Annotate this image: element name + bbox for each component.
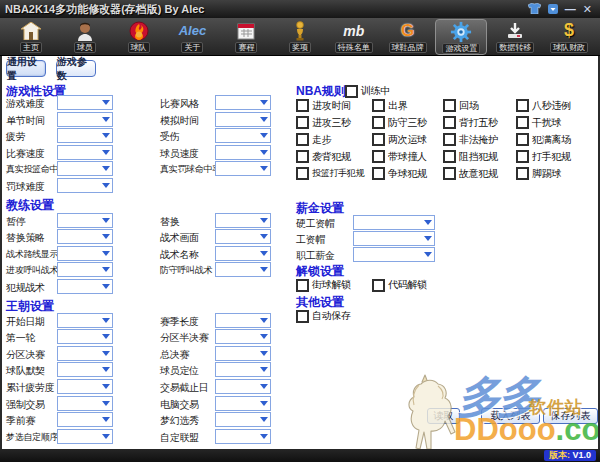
checkbox[interactable] bbox=[443, 99, 456, 112]
checkbox[interactable] bbox=[516, 167, 529, 180]
rule-item[interactable]: 干扰球 bbox=[516, 114, 598, 131]
rule-item[interactable]: 回场 bbox=[443, 97, 516, 114]
checkbox[interactable] bbox=[345, 85, 358, 98]
dropdown-real-fg-pct[interactable] bbox=[57, 161, 113, 176]
rule-item[interactable]: 犯满离场 bbox=[516, 131, 598, 148]
checkbox[interactable] bbox=[516, 99, 529, 112]
dropdown-offense-playcall[interactable] bbox=[57, 262, 113, 277]
checkbox[interactable] bbox=[296, 99, 309, 112]
dropdown-custom-league[interactable] bbox=[215, 429, 271, 444]
dropdown-play-art[interactable] bbox=[215, 229, 271, 244]
dropdown-conference-semifinals[interactable] bbox=[215, 329, 271, 344]
rule-item[interactable]: 八秒违例 bbox=[516, 97, 598, 114]
dropdown-play-route-display[interactable] bbox=[57, 246, 113, 261]
dropdown-substitution[interactable] bbox=[215, 213, 271, 228]
checkbox[interactable] bbox=[372, 167, 385, 180]
dropdown-accumulated-fatigue[interactable] bbox=[57, 379, 113, 394]
dropdown-finals[interactable] bbox=[215, 346, 271, 361]
rule-item[interactable]: 两次运球 bbox=[372, 131, 443, 148]
dropdown-hard-cap[interactable] bbox=[353, 215, 435, 230]
dropdown-season-length[interactable] bbox=[215, 313, 271, 328]
unlock-streetball-checkbox[interactable]: 街球解锁 bbox=[296, 278, 351, 292]
load-list-button[interactable]: 载入列表 bbox=[481, 408, 540, 424]
rule-item[interactable]: 走步 bbox=[296, 131, 372, 148]
dropdown-player-speed[interactable] bbox=[215, 145, 271, 160]
dropdown-substitution-strategy[interactable] bbox=[57, 229, 113, 244]
checkbox[interactable] bbox=[516, 133, 529, 146]
toolbar-item-awards[interactable]: 奖项 bbox=[274, 19, 326, 55]
checkbox[interactable] bbox=[516, 116, 529, 129]
toolbar-item-players[interactable]: 球员 bbox=[59, 19, 111, 55]
toolbar-item-game-settings[interactable]: 游戏设置 bbox=[435, 19, 487, 55]
checkbox[interactable] bbox=[372, 279, 385, 292]
checkbox[interactable] bbox=[372, 99, 385, 112]
checkbox[interactable] bbox=[516, 150, 529, 163]
rule-item[interactable]: 进攻三秒 bbox=[296, 114, 372, 131]
toolbar-item-special-roster[interactable]: mb 特殊名单 bbox=[328, 19, 380, 55]
tab-game-params[interactable]: 游戏参数 bbox=[56, 60, 96, 77]
dropdown-defense-playcall[interactable] bbox=[215, 262, 271, 277]
rule-item[interactable]: 故意犯规 bbox=[443, 165, 516, 182]
save-list-button[interactable]: 保存列表 bbox=[543, 408, 598, 424]
checkbox[interactable] bbox=[372, 133, 385, 146]
rule-item[interactable]: 进攻时间 bbox=[296, 97, 372, 114]
rule-item[interactable]: 投篮打手犯规 bbox=[296, 165, 372, 182]
dropdown-timeout[interactable] bbox=[57, 213, 113, 228]
checkbox[interactable] bbox=[443, 133, 456, 146]
checkbox[interactable] bbox=[372, 150, 385, 163]
dropdown-game-style[interactable] bbox=[215, 95, 271, 110]
toolbar-item-finance[interactable]: $ 球队财政 bbox=[543, 19, 595, 55]
checkbox[interactable] bbox=[443, 167, 456, 180]
checkbox[interactable] bbox=[296, 116, 309, 129]
autosave-checkbox[interactable]: 自动保存 bbox=[296, 309, 351, 323]
toolbar-item-about[interactable]: Alec 关于 bbox=[166, 19, 218, 55]
rule-item[interactable]: 袭背犯规 bbox=[296, 148, 372, 165]
dropdown-quarter-length[interactable] bbox=[57, 112, 113, 127]
dropdown-salary-cap[interactable] bbox=[353, 231, 435, 246]
dropdown-game-speed[interactable] bbox=[57, 145, 113, 160]
dropdown-team-chemistry[interactable] bbox=[57, 362, 113, 377]
checkbox[interactable] bbox=[443, 116, 456, 129]
dropdown-conference-finals[interactable] bbox=[57, 346, 113, 361]
toolbar-item-home[interactable]: 主页 bbox=[5, 19, 57, 55]
rule-item[interactable]: 背打五秒 bbox=[443, 114, 516, 131]
dropdown-foul-tactics[interactable] bbox=[57, 279, 113, 294]
toolbar-item-brands[interactable]: G 球鞋品牌 bbox=[382, 19, 434, 55]
jersey-icon[interactable] bbox=[528, 0, 541, 18]
minimize-button[interactable]: — bbox=[565, 4, 576, 15]
close-button[interactable]: ✕ bbox=[583, 4, 592, 15]
dropdown-staff-salary[interactable] bbox=[353, 247, 435, 262]
checkbox[interactable] bbox=[296, 133, 309, 146]
dropdown-sim-time[interactable] bbox=[215, 112, 271, 127]
dropdown-first-round[interactable] bbox=[57, 329, 113, 344]
rule-item[interactable]: 非法掩护 bbox=[443, 131, 516, 148]
rule-item[interactable]: 出界 bbox=[372, 97, 443, 114]
rule-item[interactable]: 打手犯规 bbox=[516, 148, 598, 165]
unlock-codes-checkbox[interactable]: 代码解锁 bbox=[372, 278, 427, 292]
checkbox[interactable] bbox=[443, 150, 456, 163]
rules-master-checkbox[interactable]: 训练中 bbox=[345, 84, 390, 98]
toolbar-item-data-transfer[interactable]: 数据转移 bbox=[489, 19, 541, 55]
read-button[interactable]: 读取 bbox=[427, 408, 460, 424]
checkbox[interactable] bbox=[296, 167, 309, 180]
dropdown-fantasy-draft[interactable] bbox=[215, 412, 271, 427]
rule-item[interactable]: 阻挡犯规 bbox=[443, 148, 516, 165]
dropdown-play-name[interactable] bbox=[215, 246, 271, 261]
theme-icon[interactable] bbox=[548, 0, 558, 18]
checkbox[interactable] bbox=[296, 150, 309, 163]
dropdown-start-date[interactable] bbox=[57, 313, 113, 328]
dropdown-ft-difficulty[interactable] bbox=[57, 178, 113, 193]
tab-general-settings[interactable]: 通用设置 bbox=[6, 60, 46, 77]
rule-item[interactable]: 防守三秒 bbox=[372, 114, 443, 131]
dropdown-cpu-trades[interactable] bbox=[215, 396, 271, 411]
checkbox[interactable] bbox=[372, 116, 385, 129]
dropdown-forced-trade[interactable] bbox=[57, 396, 113, 411]
dropdown-fantasy-draft-order[interactable] bbox=[57, 429, 113, 444]
dropdown-injuries[interactable] bbox=[215, 128, 271, 143]
dropdown-preseason[interactable] bbox=[57, 412, 113, 427]
checkbox[interactable] bbox=[296, 279, 309, 292]
checkbox[interactable] bbox=[296, 310, 309, 323]
dropdown-trade-deadline[interactable] bbox=[215, 379, 271, 394]
rule-item[interactable]: 争球犯规 bbox=[372, 165, 443, 182]
dropdown-player-roles[interactable] bbox=[215, 362, 271, 377]
